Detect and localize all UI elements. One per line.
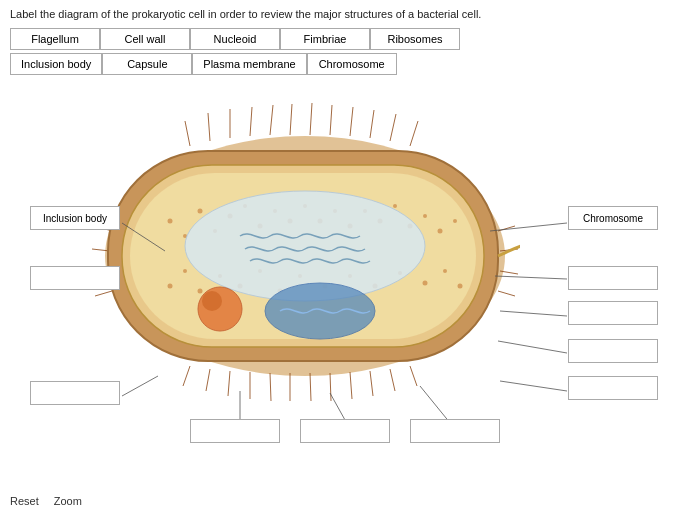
svg-line-29 bbox=[498, 226, 515, 231]
zoom-button[interactable]: Zoom bbox=[54, 495, 82, 507]
svg-line-9 bbox=[350, 107, 353, 136]
chip-capsule[interactable]: Capsule bbox=[102, 53, 192, 75]
svg-line-24 bbox=[410, 366, 417, 386]
chip-inclusionbody[interactable]: Inclusion body bbox=[10, 53, 102, 75]
svg-line-8 bbox=[330, 105, 332, 135]
dropzone-bottom-mid2[interactable] bbox=[300, 419, 390, 443]
svg-line-4 bbox=[250, 107, 252, 136]
chip-cellwall[interactable]: Cell wall bbox=[100, 28, 190, 50]
svg-point-69 bbox=[443, 269, 447, 273]
cell-illustration bbox=[90, 91, 520, 401]
svg-line-21 bbox=[350, 372, 352, 399]
svg-line-32 bbox=[498, 291, 515, 296]
svg-line-17 bbox=[270, 373, 271, 401]
chip-flagellum[interactable]: Flagellum bbox=[10, 28, 100, 50]
dropzone-right-1[interactable] bbox=[568, 266, 658, 290]
svg-line-22 bbox=[370, 371, 373, 396]
svg-point-38 bbox=[198, 209, 203, 214]
bottom-controls: Reset Zoom bbox=[10, 495, 82, 507]
chip-chromosome[interactable]: Chromosome bbox=[307, 53, 397, 75]
dropzone-right-2[interactable] bbox=[568, 301, 658, 325]
svg-point-53 bbox=[423, 214, 427, 218]
label-bank: Flagellum Cell wall Nucleoid Fimbriae Ri… bbox=[10, 28, 690, 75]
svg-line-14 bbox=[206, 369, 210, 391]
svg-point-36 bbox=[168, 219, 173, 224]
svg-point-51 bbox=[393, 204, 397, 208]
dropzone-bottom-mid3[interactable] bbox=[410, 419, 500, 443]
chip-fimbriae[interactable]: Fimbriae bbox=[280, 28, 370, 50]
svg-point-72 bbox=[265, 283, 375, 339]
chip-plasmamembrane[interactable]: Plasma membrane bbox=[192, 53, 306, 75]
label-row-2: Inclusion body Capsule Plasma membrane C… bbox=[10, 53, 690, 75]
svg-line-2 bbox=[208, 113, 210, 141]
dropzone-left-mid[interactable] bbox=[30, 266, 120, 290]
svg-line-15 bbox=[228, 371, 230, 396]
svg-line-10 bbox=[370, 110, 374, 138]
chip-nucleoid[interactable]: Nucleoid bbox=[190, 28, 280, 50]
svg-line-19 bbox=[310, 373, 311, 401]
svg-point-57 bbox=[183, 269, 187, 273]
dropzone-chromosome[interactable]: Chromosome bbox=[568, 206, 658, 230]
svg-point-73 bbox=[198, 287, 242, 331]
svg-line-6 bbox=[290, 104, 292, 135]
dropzone-bottom-mid1[interactable] bbox=[190, 419, 280, 443]
svg-point-70 bbox=[458, 284, 463, 289]
dropzone-right-3[interactable] bbox=[568, 339, 658, 363]
svg-point-54 bbox=[438, 229, 443, 234]
svg-point-55 bbox=[453, 219, 457, 223]
svg-point-74 bbox=[202, 291, 222, 311]
dropzone-bottom-left[interactable] bbox=[30, 381, 120, 405]
reset-button[interactable]: Reset bbox=[10, 495, 39, 507]
instruction-text: Label the diagram of the prokaryotic cel… bbox=[10, 8, 690, 20]
svg-line-11 bbox=[390, 114, 396, 141]
label-row-1: Flagellum Cell wall Nucleoid Fimbriae Ri… bbox=[10, 28, 690, 50]
svg-point-68 bbox=[423, 281, 428, 286]
page: Label the diagram of the prokaryotic cel… bbox=[0, 0, 700, 515]
svg-point-56 bbox=[168, 284, 173, 289]
svg-line-1 bbox=[185, 121, 190, 146]
diagram-area: Inclusion body Chromosome bbox=[10, 81, 690, 436]
dropzone-inclusion-body[interactable]: Inclusion body bbox=[30, 206, 120, 230]
svg-line-28 bbox=[95, 291, 112, 296]
svg-line-13 bbox=[183, 366, 190, 386]
svg-line-20 bbox=[330, 373, 331, 401]
svg-line-12 bbox=[410, 121, 418, 146]
chip-ribosomes[interactable]: Ribosomes bbox=[370, 28, 460, 50]
svg-point-58 bbox=[198, 289, 203, 294]
svg-line-23 bbox=[390, 369, 395, 391]
dropzone-right-4[interactable] bbox=[568, 376, 658, 400]
svg-line-7 bbox=[310, 103, 312, 135]
svg-line-5 bbox=[270, 105, 273, 135]
